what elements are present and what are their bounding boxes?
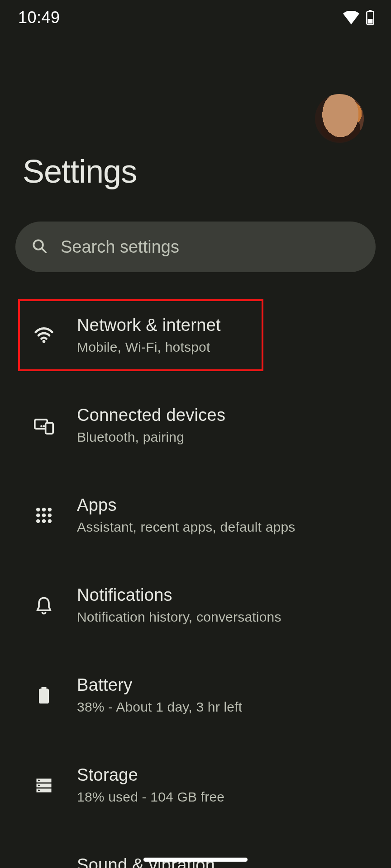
svg-point-18	[48, 519, 52, 523]
wifi-icon	[343, 11, 359, 24]
svg-point-15	[48, 513, 52, 517]
svg-point-12	[48, 507, 52, 511]
svg-point-5	[43, 340, 46, 343]
bell-icon	[32, 593, 56, 618]
profile-avatar[interactable]	[315, 94, 364, 143]
svg-point-24	[38, 779, 40, 781]
row-battery[interactable]: Battery 38% - About 1 day, 3 hr left	[0, 650, 391, 740]
row-title: Connected devices	[77, 406, 373, 425]
row-network-internet[interactable]: Network & internet Mobile, Wi-Fi, hotspo…	[0, 290, 391, 380]
row-title: Network & internet	[77, 316, 373, 335]
svg-point-9	[43, 425, 45, 427]
svg-point-8	[40, 425, 43, 427]
svg-point-11	[42, 507, 46, 511]
svg-point-13	[36, 513, 40, 517]
svg-rect-2	[368, 19, 373, 24]
row-storage[interactable]: Storage 18% used - 104 GB free	[0, 740, 391, 830]
wifi-icon	[32, 323, 56, 348]
search-placeholder: Search settings	[61, 237, 179, 257]
speaker-icon	[32, 863, 56, 868]
row-subtitle: Bluetooth, pairing	[77, 429, 373, 445]
row-subtitle: 18% used - 104 GB free	[77, 789, 373, 805]
row-subtitle: Mobile, Wi-Fi, hotspot	[77, 340, 373, 355]
row-connected-devices[interactable]: Connected devices Bluetooth, pairing	[0, 380, 391, 470]
row-title: Battery	[77, 675, 373, 695]
row-subtitle: Assistant, recent apps, default apps	[77, 519, 373, 535]
row-title: Apps	[77, 495, 373, 515]
storage-icon	[32, 773, 56, 797]
battery-icon	[32, 683, 56, 708]
settings-list: Network & internet Mobile, Wi-Fi, hotspo…	[0, 272, 391, 868]
row-title: Notifications	[77, 585, 373, 605]
row-apps[interactable]: Apps Assistant, recent apps, default app…	[0, 470, 391, 560]
row-subtitle: 38% - About 1 day, 3 hr left	[77, 699, 373, 715]
svg-point-10	[36, 507, 40, 511]
search-settings[interactable]: Search settings	[15, 222, 376, 272]
svg-point-16	[36, 519, 40, 523]
row-title: Storage	[77, 765, 373, 785]
svg-rect-20	[39, 689, 49, 703]
apps-icon	[32, 503, 56, 528]
row-subtitle: Notification history, conversations	[77, 609, 373, 625]
page-title: Settings	[23, 153, 368, 190]
svg-point-17	[42, 519, 46, 523]
connected-devices-icon	[32, 413, 56, 438]
search-icon	[31, 237, 48, 256]
status-bar: 10:49	[0, 0, 391, 35]
svg-point-26	[38, 789, 40, 791]
svg-rect-7	[46, 423, 53, 434]
row-sound-vibration[interactable]: Sound & vibration Volume, haptics, Do No…	[0, 830, 391, 868]
gesture-nav-bar[interactable]	[143, 858, 248, 862]
svg-point-14	[42, 513, 46, 517]
svg-point-25	[38, 784, 40, 786]
status-time: 10:49	[18, 8, 60, 27]
svg-line-4	[42, 249, 46, 253]
status-right-cluster	[343, 10, 375, 25]
battery-icon	[366, 10, 375, 25]
row-notifications[interactable]: Notifications Notification history, conv…	[0, 560, 391, 650]
